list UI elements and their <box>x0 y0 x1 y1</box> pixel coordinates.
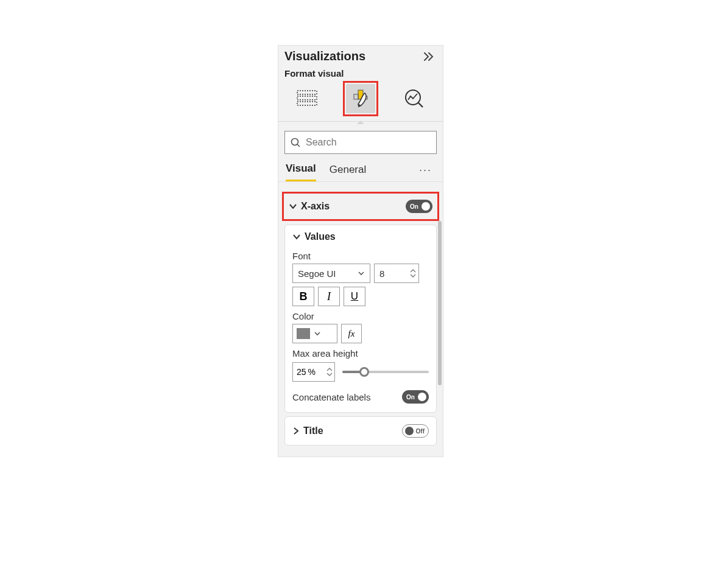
chevron-right-icon <box>292 427 300 435</box>
svg-rect-1 <box>297 96 317 100</box>
search-wrap <box>278 125 443 159</box>
font-family-value: Segoe UI <box>298 268 336 279</box>
chevron-down-icon <box>358 270 365 277</box>
values-header[interactable]: Values <box>292 231 429 246</box>
visualizations-panel: Visualizations Format visual <box>278 45 443 457</box>
max-area-stepper[interactable]: 25 % <box>292 362 335 382</box>
panel-subtitle: Format visual <box>278 63 443 81</box>
format-icon-row <box>278 81 443 122</box>
toggle-knob-icon <box>418 393 426 401</box>
format-tabs: Visual General ··· <box>278 159 443 182</box>
conditional-formatting-button[interactable]: fx <box>341 324 362 343</box>
xaxis-toggle[interactable]: On <box>406 200 432 213</box>
fields-table-icon <box>297 90 317 107</box>
concatenate-labels-toggle[interactable]: On <box>402 390 429 404</box>
color-dropdown[interactable] <box>292 324 337 343</box>
chevron-down-icon <box>326 372 333 377</box>
double-chevron-right-icon <box>423 52 434 61</box>
tab-general[interactable]: General <box>330 164 366 181</box>
search-input[interactable] <box>305 136 431 149</box>
chevron-down-icon <box>410 273 416 278</box>
format-visual-button[interactable] <box>346 84 375 113</box>
svg-point-6 <box>406 90 420 105</box>
values-card: Values Font Segoe UI 8 B I <box>284 225 437 413</box>
xaxis-highlight: X-axis On <box>282 192 439 221</box>
scrollbar[interactable] <box>438 221 442 385</box>
svg-rect-0 <box>297 91 317 94</box>
xaxis-label: X-axis <box>301 201 330 212</box>
panel-header: Visualizations <box>278 46 443 63</box>
format-visual-highlight <box>343 81 378 116</box>
max-area-slider[interactable] <box>342 366 429 378</box>
svg-rect-2 <box>297 102 317 105</box>
panel-title: Visualizations <box>284 49 365 63</box>
svg-line-7 <box>418 103 423 107</box>
chevron-down-icon <box>292 233 301 241</box>
italic-button[interactable]: I <box>318 287 340 306</box>
title-toggle[interactable]: Off <box>402 424 429 438</box>
max-area-label: Max area height <box>292 348 429 359</box>
chevron-down-icon <box>289 202 297 211</box>
analytics-button[interactable] <box>400 84 429 113</box>
toggle-knob-icon <box>422 202 430 211</box>
underline-button[interactable]: U <box>344 287 365 306</box>
color-swatch-icon <box>297 328 310 339</box>
xaxis-section-header[interactable]: X-axis On <box>284 194 437 219</box>
paintbrush-chart-icon <box>350 88 371 109</box>
svg-point-8 <box>292 139 298 145</box>
svg-line-9 <box>297 144 300 147</box>
max-area-value: 25 <box>297 367 306 377</box>
font-size-stepper[interactable]: 8 <box>374 264 419 283</box>
toggle-knob-icon <box>405 427 414 435</box>
title-card[interactable]: Title Off <box>284 416 437 446</box>
search-icon <box>290 137 301 148</box>
chevron-up-icon <box>410 268 416 273</box>
toggle-on-label: On <box>406 394 415 401</box>
toggle-off-label: Off <box>416 428 425 435</box>
values-title: Values <box>305 231 336 242</box>
font-size-value: 8 <box>379 268 384 279</box>
search-box[interactable] <box>284 131 437 154</box>
expand-panel-button[interactable] <box>423 51 434 62</box>
slider-thumb-icon <box>359 367 369 377</box>
selected-indicator-icon <box>357 121 364 124</box>
concat-label: Concatenate labels <box>292 392 370 402</box>
font-label: Font <box>292 251 429 261</box>
svg-rect-4 <box>354 94 358 99</box>
font-family-dropdown[interactable]: Segoe UI <box>292 264 370 283</box>
analytics-magnifier-icon <box>404 88 425 109</box>
chevron-up-icon <box>326 367 333 372</box>
toggle-on-label: On <box>410 203 418 210</box>
max-area-unit: % <box>308 367 316 377</box>
more-options-button[interactable]: ··· <box>419 164 432 177</box>
chevron-down-icon <box>314 330 321 337</box>
color-label: Color <box>292 311 429 321</box>
title-section-label: Title <box>303 425 323 436</box>
content-area: X-axis On Values Font Segoe UI <box>278 182 443 457</box>
tab-visual[interactable]: Visual <box>286 163 316 181</box>
build-visual-button[interactable] <box>292 84 322 113</box>
bold-button[interactable]: B <box>292 287 314 306</box>
